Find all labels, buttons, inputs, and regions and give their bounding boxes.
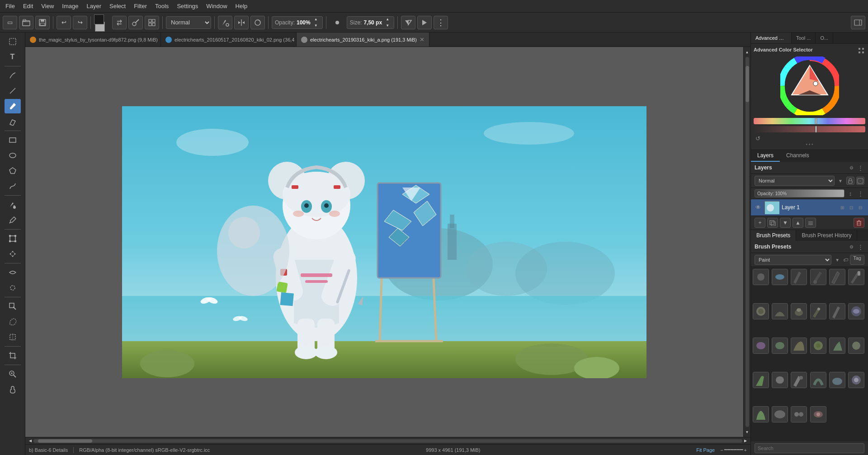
zoom-plus-button[interactable]: + — [744, 447, 747, 453]
tab-other[interactable]: O... — [816, 33, 833, 43]
color-wheel[interactable] — [780, 56, 839, 115]
hscroll-right-button[interactable]: ▶ — [742, 438, 749, 444]
tab-tool[interactable]: Tool ... — [792, 33, 816, 43]
brush-item-9[interactable] — [791, 303, 807, 319]
tool-text[interactable]: T — [5, 50, 21, 64]
move-layer-up-button[interactable]: ▲ — [793, 218, 803, 228]
layer-visibility-button[interactable]: 👁 — [755, 204, 762, 211]
brush-item-23[interactable] — [829, 372, 845, 388]
tool-contiguous-select[interactable] — [5, 330, 21, 344]
redo-button[interactable]: ↪ — [73, 16, 87, 29]
wrap-around-button[interactable] — [250, 16, 265, 29]
statusbar-fit-page[interactable]: Fit Page — [696, 447, 715, 453]
brush-item-14[interactable] — [772, 338, 788, 354]
brush-item-18[interactable] — [848, 338, 864, 354]
scroll-up-button[interactable]: ▲ — [744, 49, 750, 55]
layer-settings-button[interactable]: ⋮ — [856, 164, 864, 172]
brush-filter-select[interactable]: Paint — [755, 255, 831, 265]
brush-filter-expand[interactable]: ▼ — [833, 256, 841, 264]
channels-tab-button[interactable]: Channels — [780, 150, 816, 162]
add-layer-button[interactable]: + — [755, 218, 765, 228]
brush-search-input[interactable] — [755, 443, 864, 453]
brush-item-20[interactable] — [772, 372, 788, 388]
hscroll-track[interactable] — [33, 439, 742, 443]
new-document-button[interactable]: ▭ — [3, 16, 17, 29]
mirror-button[interactable] — [234, 16, 249, 29]
brush-item-1[interactable] — [753, 269, 769, 285]
tool-eyedropper[interactable] — [5, 213, 21, 227]
zoom-minus-button[interactable]: − — [720, 447, 723, 453]
brush-item-22[interactable] — [810, 372, 826, 388]
brush-item-15[interactable] — [791, 338, 807, 354]
grid-button[interactable] — [145, 16, 159, 29]
brush-item-11[interactable] — [829, 303, 845, 319]
save-file-button[interactable] — [35, 16, 50, 29]
tab-1[interactable]: the_magic_stylus_by_tysontan-d9fp872.png… — [25, 33, 161, 47]
brush-item-27[interactable] — [791, 406, 807, 422]
play-button[interactable] — [417, 16, 432, 29]
zoom-slider[interactable]: ━━━━━━ — [724, 447, 743, 453]
artwork-canvas[interactable]: TYSONTAN — [122, 106, 646, 378]
menu-layer[interactable]: Layer — [83, 2, 105, 10]
brush-item-3[interactable] — [791, 269, 807, 285]
vscroll-track[interactable] — [745, 57, 749, 427]
brush-tag-button[interactable]: Tag — [850, 255, 864, 265]
delete-layer-button[interactable] — [854, 218, 864, 228]
menu-select[interactable]: Select — [106, 2, 129, 10]
brush-item-28[interactable] — [810, 406, 826, 422]
move-layer-down-button[interactable]: ▼ — [780, 218, 791, 228]
size-down-button[interactable]: ▼ — [384, 23, 391, 28]
tool-polygon[interactable] — [5, 164, 21, 178]
canvas-container[interactable]: TYSONTAN — [25, 47, 743, 437]
brush-item-6[interactable] — [848, 269, 864, 285]
scroll-down-button[interactable]: ▼ — [744, 429, 750, 435]
tool-select-rect[interactable] — [5, 34, 21, 49]
opacity-slider[interactable] — [754, 126, 865, 132]
color-selector[interactable] — [94, 14, 110, 31]
menu-edit[interactable]: Edit — [19, 2, 37, 10]
layer-action-3[interactable]: ⊟ — [856, 203, 864, 211]
tool-fill[interactable] — [5, 197, 21, 212]
layer-blend-expand[interactable]: ▼ — [836, 177, 844, 185]
layer-opacity-bar[interactable]: Opacity: 100% — [755, 189, 844, 197]
menu-settings[interactable]: Settings — [173, 2, 202, 10]
tab-3[interactable]: electrichearts_20190316_kiki_a.png (191,… — [297, 33, 429, 47]
tool-transform[interactable] — [5, 231, 21, 246]
brush-item-24[interactable] — [848, 372, 864, 388]
brush-item-17[interactable] — [829, 338, 845, 354]
more-options-button[interactable]: ⋮ — [434, 16, 448, 29]
vertical-scrollbar[interactable]: ▲ ▼ — [743, 47, 750, 437]
menu-tools[interactable]: Tools — [151, 2, 172, 10]
brush-item-2[interactable] — [772, 269, 788, 285]
brush-item-21[interactable] — [791, 372, 807, 388]
opacity-up-button[interactable]: ▲ — [312, 17, 320, 22]
opacity-down-button[interactable]: ▼ — [312, 23, 320, 28]
tool-eraser[interactable] — [5, 114, 21, 129]
tool-rect-shape[interactable] — [5, 133, 21, 147]
brush-item-19[interactable] — [753, 372, 769, 388]
color-reset-button[interactable]: ↺ — [754, 134, 762, 142]
tool-bezier[interactable] — [5, 179, 21, 193]
tool-ellipse[interactable] — [5, 148, 21, 163]
brush-settings-button[interactable] — [128, 16, 143, 29]
tool-smart-patch[interactable] — [5, 281, 21, 295]
tool-paint-select[interactable] — [5, 299, 21, 314]
tool-brush[interactable] — [5, 99, 21, 113]
size-up-button[interactable]: ▲ — [384, 17, 391, 22]
tab-advanced-color[interactable]: Advanced Color S... — [751, 33, 792, 43]
layer-action-1[interactable]: ⊞ — [838, 203, 846, 211]
layer-lock-button[interactable] — [846, 177, 854, 185]
tool-warp[interactable] — [5, 265, 21, 280]
layer-opacity-expand[interactable]: ↕ — [846, 189, 854, 197]
brush-item-10[interactable] — [810, 303, 826, 319]
brush-item-13[interactable] — [753, 338, 769, 354]
layer-row-1[interactable]: 👁 Layer 1 ⊞ ⊡ ⊟ — [751, 199, 868, 216]
panel-more-options[interactable]: • • • — [754, 142, 865, 147]
hscroll-thumb[interactable] — [38, 439, 92, 443]
brush-item-12[interactable] — [848, 303, 864, 319]
horizontal-scrollbar[interactable]: ◀ ▶ — [25, 437, 750, 444]
layer-options-button[interactable]: ⚙ — [847, 164, 855, 172]
menu-filter[interactable]: Filter — [130, 2, 151, 10]
brush-item-5[interactable] — [829, 269, 845, 285]
layer-blend-select[interactable]: Normal — [755, 176, 835, 186]
